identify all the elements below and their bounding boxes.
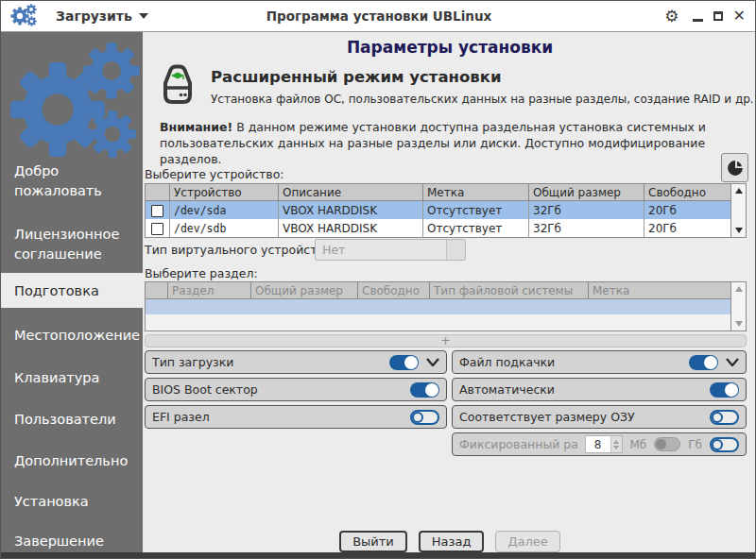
page-title: Параметры установки: [143, 38, 756, 57]
settings-gear-icon[interactable]: ⚙: [664, 8, 679, 25]
swap-fixed-row: Фиксированный размер 8 Мб Гб: [452, 432, 747, 456]
warning-bold: Внимание!: [160, 120, 232, 134]
mode-subtitle: Установка файлов ОС, пользовательских да…: [211, 93, 754, 106]
unit-toggle[interactable]: [654, 437, 680, 451]
sidebar-item-additional[interactable]: Дополнительно: [1, 451, 143, 471]
disk-usage-button[interactable]: [721, 153, 748, 182]
partition-empty-row: [146, 299, 730, 315]
swap-ram-row[interactable]: Соответствует размеру ОЗУ: [452, 405, 747, 429]
hard-drive-icon: [154, 62, 201, 108]
app-logo-gears-icon: [10, 4, 43, 28]
device-checkbox-sda[interactable]: [151, 205, 163, 217]
spin-down-icon[interactable]: [613, 446, 619, 449]
select-partition-label: Выберите раздел:: [145, 266, 258, 280]
virtual-device-label: Тип виртуального устройства:: [145, 243, 335, 257]
boot-type-toggle[interactable]: [389, 355, 419, 370]
efi-partition-row[interactable]: EFI разел: [145, 405, 447, 429]
scroll-up-icon: [731, 282, 746, 296]
device-checkbox-sdb[interactable]: [151, 223, 163, 235]
efi-partition-toggle[interactable]: [410, 410, 439, 425]
scroll-down-icon: [731, 317, 746, 330]
combo-dropdown-icon: [446, 240, 465, 260]
sidebar-item-keyboard[interactable]: Клавиатура: [1, 368, 143, 388]
add-partition-button[interactable]: +: [145, 334, 747, 347]
unit-gb-label: Гб: [688, 438, 702, 451]
swap-fixed-toggle[interactable]: [710, 437, 739, 452]
load-button[interactable]: Загрузить: [56, 8, 148, 24]
device-table: Устройство Описание Метка Общий размер С…: [145, 183, 747, 238]
exit-button[interactable]: Выйти: [339, 531, 407, 552]
unit-mb-label: Мб: [630, 438, 647, 451]
scroll-down-icon[interactable]: [731, 224, 746, 237]
partition-table: Раздел Общий размер Свободно Тип файлово…: [145, 281, 747, 331]
col-part-total: Общий размер: [251, 282, 358, 299]
load-button-label: Загрузить: [56, 8, 132, 24]
col-total[interactable]: Общий размер: [529, 184, 644, 201]
swap-fixed-label: Фиксированный размер: [459, 437, 577, 451]
spinner-buttons[interactable]: [610, 436, 622, 452]
fixed-size-spinner[interactable]: 8: [585, 435, 623, 453]
bios-boot-row[interactable]: BIOS Boot сектор: [145, 378, 447, 401]
sidebar-item-finish[interactable]: Завершение: [1, 532, 143, 551]
col-device[interactable]: Устройство: [170, 184, 279, 201]
next-button[interactable]: Далее: [495, 531, 559, 552]
sidebar-item-install[interactable]: Установка: [1, 492, 143, 512]
minimize-button[interactable]: [693, 19, 703, 22]
mode-title: Расширенный режим установки: [211, 68, 502, 86]
col-part-label: Метка: [589, 282, 730, 299]
boot-type-header-row[interactable]: Тип загрузки: [145, 350, 447, 374]
back-button[interactable]: Назад: [419, 531, 485, 552]
col-fs-type: Тип файловой системы: [430, 282, 589, 299]
sidebar-item-location[interactable]: Местоположение: [1, 326, 143, 346]
bios-boot-label: BIOS Boot сектор: [152, 382, 403, 397]
fixed-size-value[interactable]: 8: [586, 436, 610, 452]
chevron-down-icon[interactable]: [726, 358, 739, 366]
warning-text: Внимание! В данном режиме установки дост…: [160, 119, 727, 167]
bios-boot-toggle[interactable]: [410, 382, 439, 398]
scroll-up-icon[interactable]: [731, 184, 746, 197]
swap-auto-toggle[interactable]: [710, 382, 739, 398]
navigation-buttons: Выйти Назад Далее: [143, 531, 756, 552]
swap-toggle[interactable]: [689, 355, 718, 370]
chevron-down-icon: [139, 13, 148, 19]
gears-artwork-icon: [1, 40, 143, 172]
sidebar-item-preparation[interactable]: Подготовка: [1, 273, 143, 308]
boot-type-label: Тип загрузки: [152, 355, 382, 369]
select-device-label: Выберите устройство:: [145, 167, 284, 181]
virtual-device-value: Нет: [316, 240, 446, 260]
swap-ram-label: Соответствует размеру ОЗУ: [459, 410, 702, 424]
col-partition: Раздел: [168, 282, 251, 299]
chevron-down-icon[interactable]: [426, 358, 439, 366]
device-row-sdb[interactable]: /dev/sdb VBOX HARDDISK Отсутствует 32Гб …: [146, 219, 730, 237]
swap-auto-label: Автоматически: [459, 382, 702, 397]
sidebar-item-welcome[interactable]: Добро пожаловать: [1, 161, 143, 201]
spin-up-icon[interactable]: [613, 440, 619, 444]
virtual-device-select[interactable]: Нет: [315, 239, 466, 261]
efi-partition-label: EFI разел: [152, 410, 403, 424]
titlebar: Загрузить Программа установки UBLinux ⚙ …: [1, 1, 756, 32]
col-part-free: Свободно: [358, 282, 430, 299]
sidebar-item-license[interactable]: Лицензионное соглашение: [1, 225, 143, 264]
device-row-sda[interactable]: /dev/sda VBOX HARDDISK Отсутствует 32Гб …: [146, 201, 730, 219]
partition-empty-row: [146, 314, 730, 330]
col-free[interactable]: Свободно: [644, 184, 730, 201]
col-description[interactable]: Описание: [279, 184, 423, 201]
partition-table-scrollbar: [730, 282, 746, 330]
pie-chart-icon: [726, 159, 745, 178]
swap-header-row[interactable]: Файл подкачки: [452, 350, 747, 374]
device-table-scrollbar[interactable]: [730, 184, 746, 237]
close-button[interactable]: ✕: [733, 8, 746, 24]
device-table-header: Устройство Описание Метка Общий размер С…: [146, 184, 730, 201]
bottom-strip: [1, 552, 756, 559]
maximize-button[interactable]: [713, 11, 723, 21]
partition-table-header: Раздел Общий размер Свободно Тип файлово…: [146, 282, 730, 299]
swap-auto-row[interactable]: Автоматически: [452, 378, 747, 401]
main-content: Параметры установки Расширенный режим ус…: [143, 32, 756, 552]
swap-label: Файл подкачки: [459, 355, 681, 369]
sidebar-item-users[interactable]: Пользователи: [1, 410, 143, 430]
swap-ram-toggle[interactable]: [710, 410, 739, 425]
sidebar: Добро пожаловать Лицензионное соглашение…: [1, 32, 143, 552]
col-label[interactable]: Метка: [423, 184, 529, 201]
